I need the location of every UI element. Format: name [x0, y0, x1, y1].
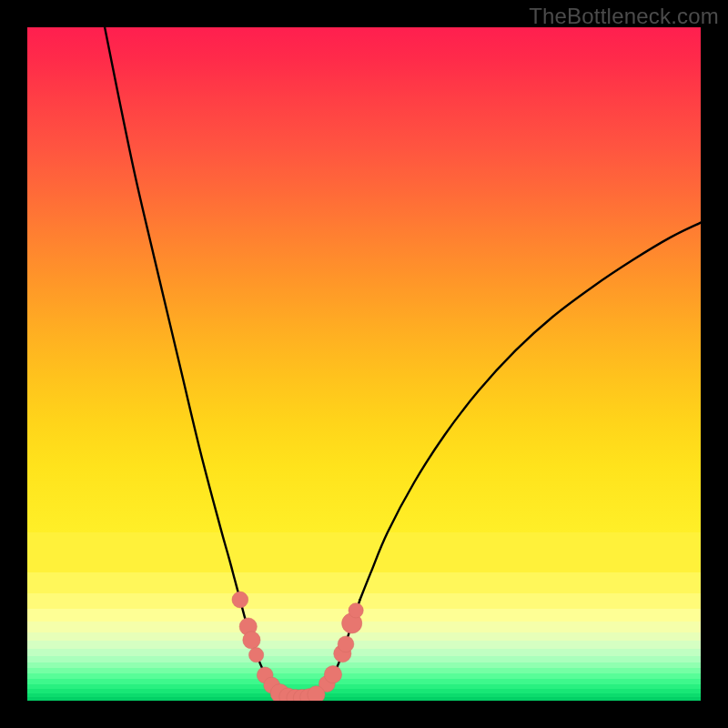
chart-frame: TheBottleneck.com [0, 0, 728, 728]
marker-dot [248, 648, 263, 662]
bottleneck-curve [27, 27, 701, 701]
marker-dot [349, 603, 363, 618]
plot-area [27, 27, 701, 701]
marker-dot [324, 666, 341, 683]
marker-dot [232, 592, 248, 608]
marker-dot [308, 686, 325, 701]
watermark-text: TheBottleneck.com [529, 4, 719, 29]
marker-dot [243, 632, 260, 649]
marker-dot [338, 636, 354, 652]
curve-right-branch [360, 223, 701, 600]
